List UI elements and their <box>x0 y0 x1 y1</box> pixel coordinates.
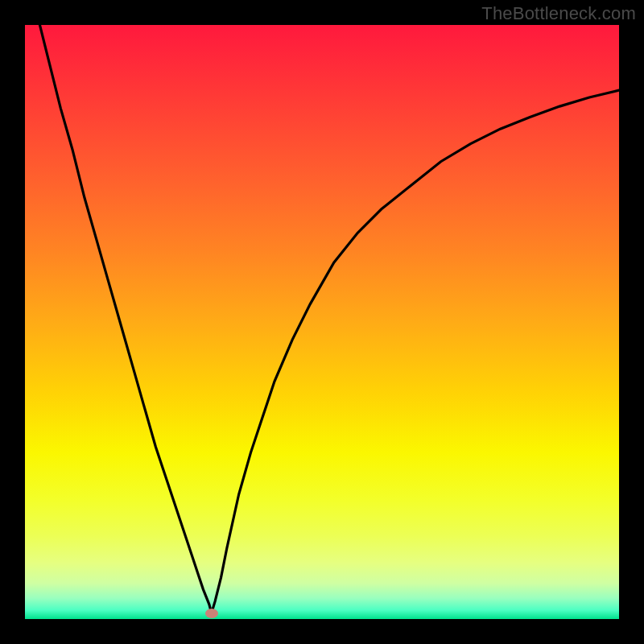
plot-area <box>25 25 619 619</box>
watermark-text: TheBottleneck.com <box>481 3 636 24</box>
bottleneck-curve <box>25 25 619 619</box>
chart-frame: TheBottleneck.com <box>0 0 644 644</box>
minimum-point-marker <box>205 609 218 618</box>
